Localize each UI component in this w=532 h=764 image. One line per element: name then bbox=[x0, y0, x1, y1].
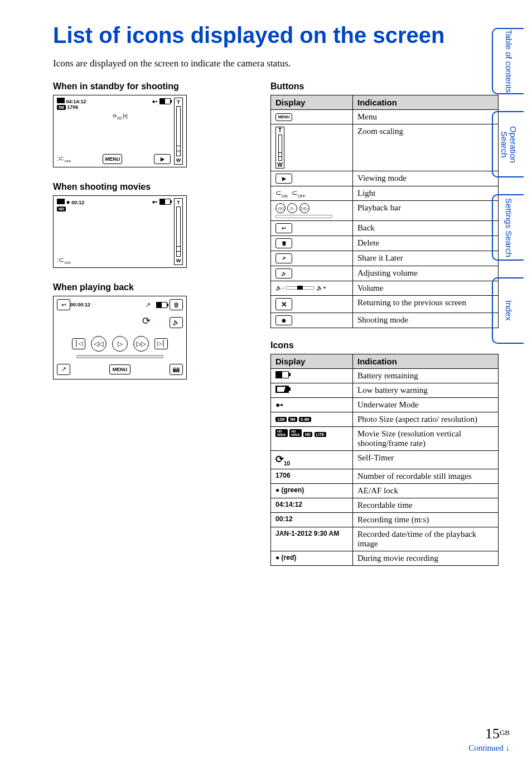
movie-size-icons: HDWIDE HDWIDE HD LITE bbox=[271, 427, 353, 451]
th-display: Display bbox=[271, 354, 353, 369]
playback-time: 00:00:12 bbox=[70, 302, 90, 307]
heading-standby: When in standby for shooting bbox=[53, 81, 243, 92]
zoom-t: T bbox=[177, 200, 180, 205]
zoom-bar[interactable]: T W bbox=[174, 98, 183, 165]
table-row: HDWIDE HDWIDE HD LITE Movie Size (resolu… bbox=[271, 427, 499, 451]
recording-time-label: 00:12 bbox=[271, 512, 353, 527]
menu-icon: MENU bbox=[275, 113, 292, 121]
zoom-w: W bbox=[176, 258, 181, 263]
back-button[interactable]: ↩ bbox=[57, 299, 70, 310]
loading-icon: ⟳ bbox=[142, 315, 151, 326]
rewind-button[interactable]: ◁◁ bbox=[91, 336, 107, 352]
record-dot-icon: ● bbox=[66, 198, 70, 206]
playback-bar-icon: ◁◁ ▷ ▷▷ bbox=[275, 204, 348, 219]
table-row: JAN-1-2012 9:30 AM Recorded date/time of… bbox=[271, 527, 499, 551]
zoom-bar[interactable]: T W bbox=[174, 198, 183, 265]
camera-button[interactable]: 📷 bbox=[170, 364, 183, 375]
tab-operation-search[interactable]: Operation Search bbox=[492, 111, 524, 177]
back-icon: ↩ bbox=[275, 223, 292, 233]
heading-movies: When shooting movies bbox=[53, 182, 243, 192]
zoom-w: W bbox=[176, 157, 181, 163]
table-row: ●▪ Underwater Mode bbox=[271, 398, 499, 412]
standby-count: 1706 bbox=[67, 104, 78, 110]
menu-button[interactable]: MENU bbox=[109, 364, 131, 374]
table-row: 1706 Number of recordable still images bbox=[271, 469, 499, 483]
table-row: 🔈- 🔈+ Volume bbox=[271, 281, 499, 296]
table-row: ▶ Viewing mode bbox=[271, 171, 499, 186]
table-row: ✕ Returning to the previous screen bbox=[271, 296, 499, 313]
share-button[interactable]: ↗ bbox=[57, 364, 70, 375]
table-row: TW Zoom scaling bbox=[271, 124, 499, 171]
table-row: 12M 5M 0.4M Photo Size (aspect ratio/ re… bbox=[271, 412, 499, 427]
table-row: ◁◁ ▷ ▷▷ Playback bar bbox=[271, 201, 499, 221]
th-indication: Indication bbox=[353, 95, 499, 110]
table-row: Battery remaining bbox=[271, 369, 499, 383]
battery-icon bbox=[156, 302, 167, 308]
delete-icon: 🗑 bbox=[275, 238, 292, 248]
table-row: ● (green) AE/AF lock bbox=[271, 483, 499, 498]
table-row: ↩ Back bbox=[271, 221, 499, 236]
page-gb: GB bbox=[500, 728, 510, 737]
light-icon: ⊂ON ⊂OFF bbox=[275, 189, 306, 197]
self-timer-icon: ⟳10 bbox=[275, 454, 290, 465]
tab-toc[interactable]: Table of contents bbox=[492, 28, 524, 94]
table-row: ↗ Share it Later bbox=[271, 251, 499, 266]
movie-chip: HD bbox=[57, 206, 66, 212]
tab-settings-search[interactable]: Settings Search bbox=[492, 194, 524, 261]
battery-icon bbox=[159, 199, 171, 205]
speaker-icon: 🔈 bbox=[275, 268, 292, 278]
table-row: Low battery warning bbox=[271, 383, 499, 398]
standby-time: 04:14:12 bbox=[66, 99, 86, 104]
photo-size-icons: 12M 5M 0.4M bbox=[271, 412, 353, 427]
forward-button[interactable]: ▷▷ bbox=[133, 336, 149, 352]
playback-screenshot: ↩ 00:00:12 ↗ 🗑 ⟳ 🔈 ⎮◁ ◁◁ bbox=[53, 296, 187, 379]
red-dot-label: ● (red) bbox=[271, 551, 353, 565]
camera-icon: ◉ bbox=[275, 315, 292, 325]
intro-text: Icons are displayed on the screen to ind… bbox=[53, 58, 499, 69]
delete-button[interactable]: 🗑 bbox=[170, 299, 183, 310]
movie-time: 00:12 bbox=[71, 200, 84, 205]
zoom-t: T bbox=[177, 99, 180, 105]
table-row: 🗑 Delete bbox=[271, 236, 499, 251]
count-label: 1706 bbox=[271, 469, 353, 483]
th-indication: Indication bbox=[353, 354, 499, 369]
share-icon: ↗ bbox=[275, 253, 292, 263]
table-row: 00:12 Recording time (m:s) bbox=[271, 512, 499, 527]
table-row: MENU Menu bbox=[271, 110, 499, 124]
heading-buttons: Buttons bbox=[270, 81, 499, 92]
camcorder-icon: ●▪ bbox=[152, 98, 157, 104]
play-button[interactable]: ▷ bbox=[112, 336, 128, 352]
standby-screenshot: 04:14:12 5M 1706 ⟳10 [•] ●▪ :⊂ bbox=[53, 95, 187, 167]
volume-button[interactable]: 🔈 bbox=[170, 317, 183, 328]
heading-icons: Icons bbox=[270, 340, 499, 350]
table-row: ⟳10 Self-Timer bbox=[271, 451, 499, 469]
icons-table: Display Indication Battery remaining Low… bbox=[270, 354, 499, 566]
skip-start-button[interactable]: ⎮◁ bbox=[72, 338, 85, 349]
menu-button[interactable]: MENU bbox=[103, 154, 122, 164]
date-label: JAN-1-2012 9:30 AM bbox=[271, 527, 353, 551]
skip-end-button[interactable]: ▷⎮ bbox=[154, 338, 168, 349]
standby-size-chip: 5M bbox=[57, 105, 66, 110]
timer-icon: ⟳10 [•] bbox=[113, 113, 128, 119]
camcorder-icon: ●▪ bbox=[152, 199, 157, 205]
th-display: Display bbox=[271, 95, 353, 110]
table-row: 04:14:12 Recordable time bbox=[271, 498, 499, 512]
table-row: ⊂ON ⊂OFF Light bbox=[271, 186, 499, 201]
green-dot-label: ● (green) bbox=[271, 483, 353, 498]
light-icon: :⊂OFF bbox=[57, 256, 71, 265]
table-row: ◉ Shooting mode bbox=[271, 313, 499, 328]
battery-icon bbox=[159, 98, 171, 104]
page-number: 15 bbox=[485, 725, 500, 742]
low-battery-icon bbox=[275, 386, 289, 393]
table-row: ● (red) During movie recording bbox=[271, 551, 499, 565]
light-icon: :⊂OFF bbox=[57, 155, 71, 163]
zoom-bar-icon: TW bbox=[275, 127, 284, 169]
tab-index[interactable]: Index bbox=[492, 277, 524, 344]
movie-screenshot: ● 00:12 HD ●▪ :⊂OFF bbox=[53, 195, 187, 268]
play-icon: ▶ bbox=[275, 174, 292, 184]
progress-bar[interactable] bbox=[76, 355, 163, 358]
playback-button[interactable]: ▶ bbox=[154, 154, 171, 164]
battery-icon bbox=[275, 371, 289, 378]
continued-label: Continued ↓ bbox=[468, 743, 510, 753]
buttons-table: Display Indication MENU Menu TW Zoom sca… bbox=[270, 95, 499, 328]
